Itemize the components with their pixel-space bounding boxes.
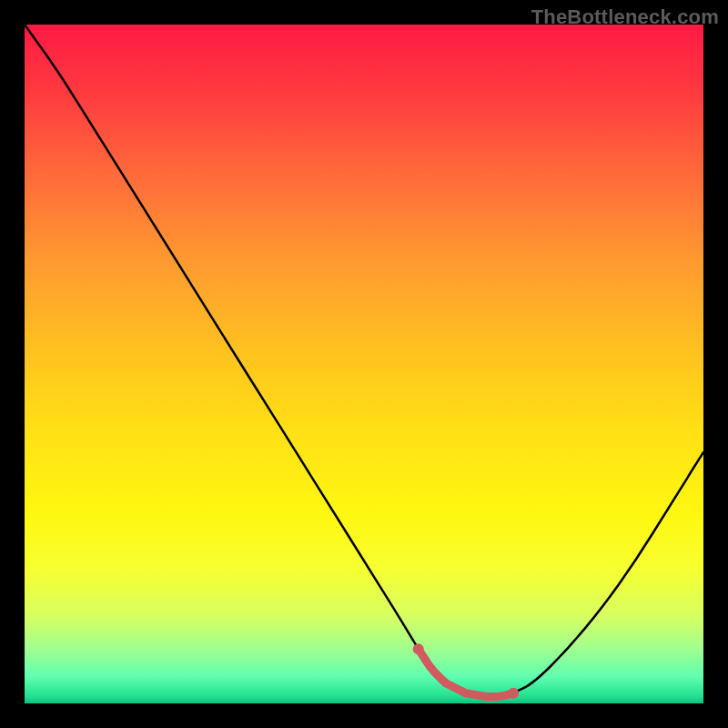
chart-container: TheBottleneck.com [0, 0, 728, 728]
bottleneck-curve-path [25, 25, 703, 697]
optimal-range-band [419, 649, 513, 696]
range-start-marker [413, 643, 424, 654]
chart-svg [25, 25, 703, 703]
range-end-marker [508, 688, 519, 699]
